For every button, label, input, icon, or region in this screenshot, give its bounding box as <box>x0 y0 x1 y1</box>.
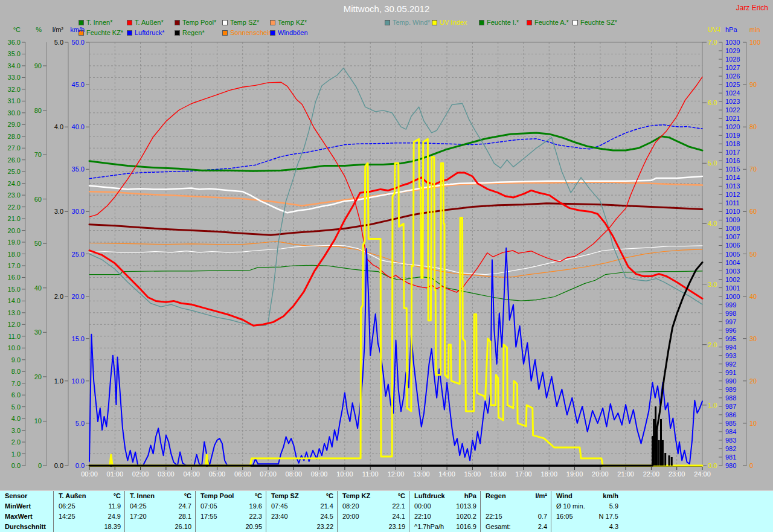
x-axis-label: 02:00 <box>132 470 149 478</box>
axis-tick-label-hpa: 1019 <box>725 132 740 139</box>
x-axis-label: 23:00 <box>669 470 685 478</box>
axis-tick-label-wind: 30.0 <box>72 208 85 215</box>
axis-tick-label-hpa: 1018 <box>725 140 740 147</box>
axis-tick-label-temp: 34.0 <box>8 62 21 69</box>
axis-tick-label-temp: 2.0 <box>11 438 21 446</box>
cell-value: N 17.5 <box>599 511 618 522</box>
axis-header-hum: % <box>36 26 42 33</box>
table-data-cell: 17:2028.1 <box>124 511 195 522</box>
axis-tick-label-hpa: 1022 <box>725 106 740 114</box>
cell-value: °C <box>326 491 333 501</box>
x-axis-label: 17:00 <box>515 470 532 478</box>
axis-tick-label-hum: 20 <box>34 373 42 380</box>
axis-tick-label-temp: 18.0 <box>8 251 21 258</box>
axis-tick-label-hpa: 1004 <box>725 259 740 266</box>
axis-tick-label-wind: 5.0 <box>75 420 85 427</box>
cell-text: Temp KZ <box>342 491 370 501</box>
cell-text: 06:25 <box>59 501 75 511</box>
axis-tick-label-min: 40 <box>749 293 757 300</box>
x-axis-label: 09:00 <box>311 470 328 478</box>
axis-tick-label-temp: 11.0 <box>8 333 21 340</box>
axis-tick-label-hpa: 1010 <box>725 208 740 215</box>
axis-tick-label-hpa: 991 <box>725 369 736 376</box>
axis-tick-label-hpa: 988 <box>725 394 736 402</box>
axis-tick-label-temp: 29.0 <box>8 121 21 128</box>
table-data-cell: ^1.7hPa/h1016.9 <box>409 522 480 532</box>
table-data-cell: 26.10 <box>124 522 195 532</box>
table-col-header-t-au-en: T. Außen°C <box>53 491 124 501</box>
table-row-label: Durchschnitt <box>0 522 53 532</box>
series-windboeen <box>89 248 702 466</box>
cell-value: 2.4 <box>538 522 547 532</box>
table-data-cell: 14:2524.9 <box>53 511 124 522</box>
axis-tick-label-hpa: 1028 <box>725 56 740 63</box>
table-data-cell: 20:0024.1 <box>337 511 409 522</box>
axis-tick-label-hpa: 1005 <box>725 251 740 258</box>
axis-tick-label-hpa: 1013 <box>725 182 740 190</box>
axis-tick-label-temp: 24.0 <box>8 180 21 187</box>
cell-text: Sensor <box>5 491 27 501</box>
table-data-cell: 04:2524.7 <box>124 501 195 511</box>
cell-text: Gesamt: <box>486 522 511 532</box>
x-axis-label: 10:00 <box>336 470 353 478</box>
table-col-header-t-innen: T. Innen°C <box>124 491 195 501</box>
cell-text: MaxWert <box>5 511 33 522</box>
x-axis-label: 03:00 <box>158 470 175 478</box>
axis-tick-label-wind: 15.0 <box>72 335 85 342</box>
axis-tick-label-hpa: 1029 <box>725 47 740 54</box>
cell-value: 24.7 <box>179 501 191 511</box>
table-data-cell: 06:2511.9 <box>53 501 124 511</box>
table-col-header-temp-kz: Temp KZ°C <box>337 491 409 501</box>
axis-tick-label-hpa: 992 <box>725 361 736 368</box>
axis-tick-label-temp: 0.0 <box>11 462 21 469</box>
axis-tick-label-temp: 35.0 <box>8 50 21 57</box>
axis-tick-label-hpa: 981 <box>725 453 736 461</box>
axis-tick-label-min: 90 <box>749 81 757 88</box>
axis-tick-label-temp: 13.0 <box>8 309 21 316</box>
axis-tick-label-wind: 25.0 <box>72 251 85 258</box>
weather-app-screen: Mittwoch, 30.05.2012 Jarz Erich T. Innen… <box>0 0 773 532</box>
axis-tick-label-hum: 80 <box>34 107 42 114</box>
cell-value: 11.9 <box>108 501 121 511</box>
axis-tick-label-temp: 26.0 <box>8 156 21 164</box>
cell-value: hPa <box>464 491 476 501</box>
axis-tick-label-hpa: 1003 <box>725 268 740 275</box>
cell-text: 22:15 <box>486 511 502 522</box>
axis-tick-label-rain: 3.0 <box>54 208 63 215</box>
axis-tick-label-hpa: 982 <box>725 445 736 452</box>
table-data-cell: 18.39 <box>53 522 124 532</box>
axis-header-wind: km/h <box>70 26 85 33</box>
table-data-cell: 23.19 <box>337 522 409 532</box>
axis-tick-label-temp: 32.0 <box>8 86 21 93</box>
x-axis-label: 16:00 <box>490 470 507 478</box>
axis-tick-label-rain: 0.0 <box>54 462 63 469</box>
axis-tick-label-uv: 2.0 <box>708 341 717 348</box>
axis-tick-label-min: 80 <box>749 123 757 130</box>
axis-tick-label-hpa: 1017 <box>725 149 740 156</box>
axis-tick-label-wind: 0.0 <box>75 462 85 469</box>
table-data-cell: 23:4024.5 <box>266 511 337 522</box>
axis-tick-label-temp: 20.0 <box>8 227 21 234</box>
x-axis-label: 13:00 <box>413 470 430 478</box>
summary-table: SensorMinWertMaxWertDurchschnittT. Außen… <box>0 490 773 532</box>
table-data-cell: 20.95 <box>195 522 266 532</box>
table-row-label: Sensor <box>0 491 53 501</box>
axis-tick-label-hpa: 993 <box>725 352 736 359</box>
axis-tick-label-uv: 6.0 <box>708 99 717 106</box>
cell-text: Ø 10 min. <box>556 501 585 511</box>
axis-tick-label-hum: 40 <box>34 284 42 292</box>
x-axis-label: 01:00 <box>107 470 124 478</box>
cell-text: 23:40 <box>271 511 288 522</box>
cell-text: MinWert <box>5 501 31 511</box>
table-col-header-wind: Windkm/h <box>551 491 622 501</box>
axis-tick-label-hpa: 1006 <box>725 242 740 249</box>
axis-tick-label-hpa: 1014 <box>725 174 740 181</box>
table-data-cell: Ø 10 min.5.9 <box>551 501 622 511</box>
table-data-cell: 07:4521.4 <box>266 501 337 511</box>
axis-tick-label-temp: 15.0 <box>8 286 21 293</box>
cell-text: Temp SZ <box>271 491 299 501</box>
axis-tick-label-temp: 23.0 <box>8 191 21 199</box>
axis-header-temp: °C <box>13 26 21 33</box>
x-axis-label: 11:00 <box>362 470 379 478</box>
axis-tick-label-temp: 30.0 <box>8 109 21 117</box>
